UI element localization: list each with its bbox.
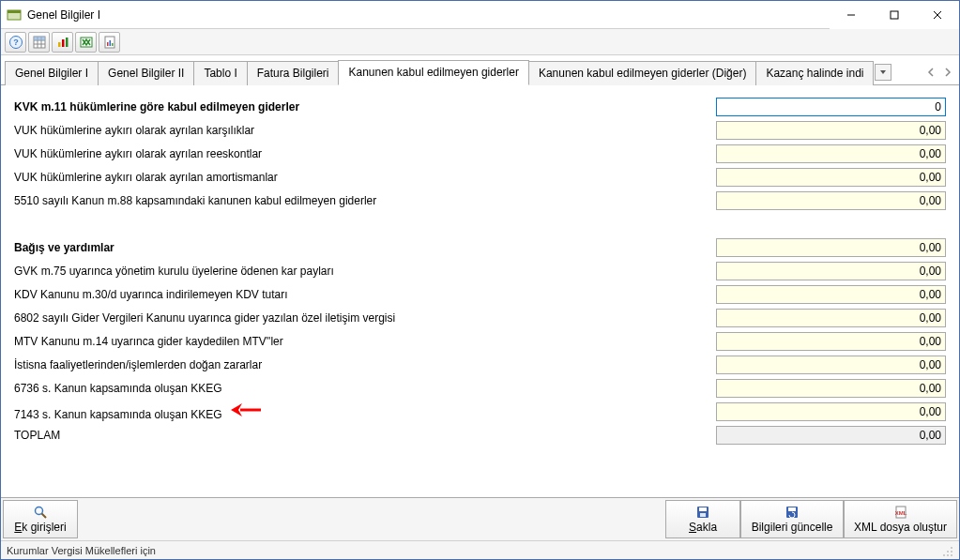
maximize-button[interactable] bbox=[873, 1, 916, 29]
field-value-cell bbox=[716, 356, 946, 374]
button-label: Ek girişleri bbox=[14, 521, 66, 534]
magnifier-icon bbox=[33, 505, 48, 520]
window-buttons bbox=[830, 1, 959, 28]
close-button[interactable] bbox=[916, 1, 959, 29]
field-label: VUK hükümlerine aykırı olarak ayrılan ka… bbox=[14, 124, 716, 137]
form-row: VUK hükümlerine aykırı olarak ayrılan re… bbox=[14, 142, 946, 165]
minimize-button[interactable] bbox=[830, 1, 873, 29]
tab-kazanc-indirim[interactable]: Kazanç halinde indi bbox=[755, 61, 874, 85]
field-value-cell bbox=[716, 379, 946, 398]
field-value-cell bbox=[716, 98, 946, 116]
field-label: KVK m.11 hükümlerine göre kabul edilmeye… bbox=[14, 100, 716, 114]
field-value-cell bbox=[716, 238, 946, 257]
amount-input[interactable] bbox=[716, 262, 946, 280]
svg-rect-13 bbox=[34, 37, 45, 40]
button-label: XML dosya oluştur bbox=[854, 521, 947, 534]
amount-input[interactable] bbox=[716, 121, 946, 140]
field-label: KDV Kanunu m.30/d uyarınca indirilemeyen… bbox=[14, 288, 716, 301]
amount-input bbox=[716, 426, 946, 445]
form-row: GVK m.75 uyarınca yönetim kurulu üyeleri… bbox=[14, 259, 946, 282]
field-label: TOPLAM bbox=[14, 429, 716, 442]
form-row: MTV Kanunu m.14 uyarınca gider kaydedile… bbox=[14, 329, 946, 353]
field-value-cell bbox=[716, 309, 946, 327]
ek-girisleri-button[interactable]: Ek girişleri bbox=[3, 500, 78, 538]
amount-input[interactable] bbox=[716, 191, 946, 210]
form-row: 5510 sayılı Kanun m.88 kapsamındaki kanu… bbox=[14, 189, 946, 212]
amount-input[interactable] bbox=[716, 285, 946, 304]
svg-rect-21 bbox=[112, 43, 114, 46]
svg-point-22 bbox=[36, 507, 43, 515]
tab-scroll-right[interactable] bbox=[940, 64, 955, 81]
amount-input[interactable] bbox=[716, 98, 946, 116]
tab-genel-bilgiler-1[interactable]: Genel Bilgiler I bbox=[5, 61, 99, 85]
field-label: VUK hükümlerine aykırı olarak ayrılan am… bbox=[14, 171, 716, 184]
svg-point-35 bbox=[947, 554, 949, 556]
field-label: 6802 sayılı Gider Vergileri Kanunu uyarı… bbox=[14, 311, 716, 325]
tab-overflow-dropdown[interactable] bbox=[875, 64, 891, 81]
form-row: VUK hükümlerine aykırı olarak ayrılan am… bbox=[14, 165, 946, 189]
svg-text:XML: XML bbox=[894, 510, 907, 516]
sakla-button[interactable]: Sakla bbox=[665, 500, 740, 538]
tab-scroll-left[interactable] bbox=[923, 64, 938, 81]
title-bar: Genel Bilgiler I bbox=[1, 1, 959, 29]
status-text: Kurumlar Vergisi Mükellefleri için bbox=[7, 545, 156, 556]
tab-kkeg[interactable]: Kanunen kabul edilmeyen giderler bbox=[338, 60, 528, 85]
field-label: VUK hükümlerine aykırı olarak ayrılan re… bbox=[14, 147, 716, 160]
toolbar-chart-button[interactable] bbox=[52, 32, 73, 53]
toolbar-grid-button[interactable] bbox=[28, 32, 50, 53]
field-value-cell bbox=[716, 262, 946, 280]
form-row: İstisna faaliyetlerinden/işlemlerden doğ… bbox=[14, 353, 946, 376]
svg-point-33 bbox=[951, 551, 952, 552]
svg-point-36 bbox=[951, 554, 952, 556]
toolbar: ? bbox=[1, 29, 959, 55]
field-value-cell bbox=[716, 285, 946, 304]
resize-grip-icon[interactable] bbox=[940, 544, 953, 557]
svg-rect-19 bbox=[107, 42, 109, 46]
amount-input[interactable] bbox=[716, 332, 946, 351]
amount-input[interactable] bbox=[716, 309, 946, 327]
field-label: Bağış ve yardımlar bbox=[14, 241, 716, 254]
field-value-cell bbox=[716, 168, 946, 187]
xml-dosya-olustur-button[interactable]: XML XML dosya oluştur bbox=[844, 500, 957, 538]
button-bar: Ek girişleri Sakla Bilgileri güncelle XM… bbox=[1, 497, 959, 540]
form-row: Bağış ve yardımlar bbox=[14, 235, 946, 259]
svg-rect-3 bbox=[891, 11, 898, 19]
button-label: Bilgileri güncelle bbox=[752, 521, 833, 534]
spacer bbox=[14, 212, 946, 235]
field-label: İstisna faaliyetlerinden/işlemlerden doğ… bbox=[14, 358, 716, 371]
form-row: KDV Kanunu m.30/d uyarınca indirilemeyen… bbox=[14, 282, 946, 306]
tab-kkeg-diger[interactable]: Kanunen kabul edilmeyen giderler (Diğer) bbox=[528, 61, 756, 85]
amount-input[interactable] bbox=[716, 379, 946, 398]
save-icon bbox=[695, 505, 710, 520]
tab-tablo-1[interactable]: Tablo I bbox=[193, 61, 247, 85]
tab-genel-bilgiler-2[interactable]: Genel Bilgiler II bbox=[98, 61, 194, 85]
bilgileri-guncelle-button[interactable]: Bilgileri güncelle bbox=[740, 500, 844, 538]
field-value-cell bbox=[716, 426, 946, 445]
field-label: GVK m.75 uyarınca yönetim kurulu üyeleri… bbox=[14, 265, 716, 278]
svg-rect-20 bbox=[109, 40, 111, 46]
amount-input[interactable] bbox=[716, 402, 946, 421]
svg-point-31 bbox=[951, 547, 952, 549]
tab-fatura-bilgileri[interactable]: Fatura Bilgileri bbox=[247, 61, 340, 85]
field-value-cell bbox=[716, 402, 946, 421]
field-value-cell bbox=[716, 144, 946, 163]
amount-input[interactable] bbox=[716, 144, 946, 163]
toolbar-report-button[interactable] bbox=[99, 32, 120, 53]
app-icon bbox=[7, 8, 22, 23]
svg-point-34 bbox=[943, 554, 945, 556]
svg-rect-28 bbox=[788, 507, 796, 511]
amount-input[interactable] bbox=[716, 238, 946, 257]
form-row: 6802 sayılı Gider Vergileri Kanunu uyarı… bbox=[14, 306, 946, 329]
button-label: Sakla bbox=[689, 521, 717, 534]
form-row: VUK hükümlerine aykırı olarak ayrılan ka… bbox=[14, 118, 946, 142]
svg-line-23 bbox=[42, 514, 47, 519]
tab-strip: Genel Bilgiler I Genel Bilgiler II Tablo… bbox=[1, 55, 959, 85]
toolbar-help-button[interactable]: ? bbox=[5, 32, 26, 53]
field-value-cell bbox=[716, 121, 946, 140]
form-row: 7143 s. Kanun kapsamında oluşan KKEG bbox=[14, 400, 946, 423]
toolbar-export-button[interactable] bbox=[75, 32, 97, 53]
amount-input[interactable] bbox=[716, 356, 946, 374]
refresh-icon bbox=[785, 505, 800, 520]
annotation-arrow-icon bbox=[229, 401, 263, 418]
amount-input[interactable] bbox=[716, 168, 946, 187]
